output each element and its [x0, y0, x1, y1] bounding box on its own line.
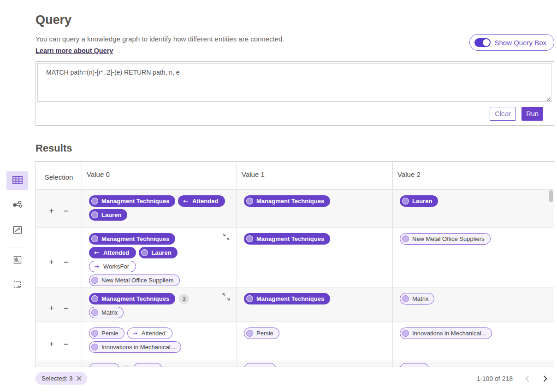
value0-cell: Persie→AttendedInnovations in Mechanical…	[82, 322, 237, 361]
sidebar-item-map-view[interactable]	[6, 221, 28, 240]
chip-label: Lauren	[101, 211, 121, 218]
remove-from-selection-button[interactable]: −	[64, 328, 69, 361]
entity-chip-partial[interactable]	[244, 363, 276, 367]
node-chip[interactable]: Lauren	[139, 247, 177, 258]
chip-label: Managment Techniques	[101, 198, 169, 205]
node-chip[interactable]: Matrix	[89, 307, 124, 318]
node-circle-icon	[246, 330, 253, 337]
remove-from-selection-button[interactable]: −	[64, 233, 69, 291]
selection-cell: +−	[36, 227, 82, 291]
selected-count-label: Selected: 3	[41, 375, 73, 382]
node-chip[interactable]: Managment Techniques	[244, 233, 330, 245]
remove-from-selection-button[interactable]: −	[64, 293, 69, 323]
image-region-icon	[12, 254, 23, 267]
more-badge	[122, 365, 130, 367]
edge-chip[interactable]: →Attended	[127, 328, 172, 339]
node-circle-icon	[91, 309, 98, 316]
value0-cell: Managment Techniques←AttendedLauren→Work…	[82, 227, 237, 291]
learn-more-link[interactable]: Learn more about Query	[36, 47, 113, 54]
results-title: Results	[36, 142, 554, 154]
node-chip[interactable]: New Metal Office Suppliers	[400, 233, 491, 245]
node-chip[interactable]: Managment Techniques	[89, 233, 175, 245]
dashed-square-icon	[12, 279, 23, 292]
show-query-box-toggle[interactable]: Show Query Box	[469, 34, 554, 51]
sidebar-item-image-view[interactable]	[6, 251, 28, 269]
value1-cell: Managment Techniques	[237, 287, 393, 323]
selection-cell: +−	[36, 287, 82, 323]
value1-cell: Managment Techniques	[237, 190, 393, 227]
node-chip[interactable]: Managment Techniques	[244, 195, 330, 207]
query-input[interactable]	[37, 63, 551, 102]
chip-label: Attended	[142, 330, 166, 337]
vertical-scrollbar-thumb[interactable]	[549, 190, 553, 202]
node-chip[interactable]: Innovations in Mechanical...	[89, 341, 181, 353]
edge-chip[interactable]: ←Attended	[89, 247, 136, 258]
page-title: Query	[36, 13, 554, 27]
collapse-row-icon[interactable]	[222, 233, 231, 241]
value1-cell: Managment Techniques	[237, 227, 393, 291]
entity-chip-partial[interactable]	[89, 363, 119, 367]
node-chip[interactable]: Persie	[89, 328, 124, 339]
column-header-value2: Value 2	[393, 162, 548, 187]
chip-label: Lauren	[151, 249, 171, 256]
table-row: +−Managment Techniques←AttendedLaurenMan…	[36, 190, 554, 227]
value2-cell: Innovations in Mechanical...	[393, 322, 548, 361]
clear-selection-icon[interactable]	[77, 376, 82, 381]
run-button[interactable]: Run	[521, 107, 543, 121]
value2-cell: Matrix	[393, 287, 548, 323]
node-chip[interactable]: Managment Techniques	[89, 195, 175, 207]
node-circle-icon	[402, 198, 409, 205]
node-chip[interactable]: Persie	[244, 328, 279, 339]
node-chip[interactable]: Lauren	[400, 195, 438, 207]
value2-cell: Lauren	[393, 190, 548, 227]
results-table: Selection Value 0 Value 1 Value 2 +−Mana…	[36, 161, 554, 367]
table-icon	[12, 175, 24, 187]
sidebar-item-select-region-view[interactable]	[6, 276, 28, 294]
remove-from-selection-button[interactable]: −	[64, 195, 69, 227]
node-circle-icon	[402, 330, 409, 337]
node-circle-icon	[402, 295, 409, 302]
chevron-right-icon	[543, 377, 548, 384]
value0-cell: Managment Techniques3Matrix	[82, 287, 237, 323]
column-header-value1: Value 1	[237, 162, 393, 187]
value1-cell	[237, 361, 393, 367]
add-to-selection-button[interactable]: +	[49, 293, 54, 323]
chip-label: Matrix	[101, 309, 118, 316]
value2-cell	[393, 361, 548, 367]
next-page-button[interactable]	[542, 374, 549, 383]
value2-cell: New Metal Office Suppliers	[393, 227, 548, 291]
node-chip[interactable]: Innovations in Mechanical...	[400, 328, 492, 339]
node-circle-icon	[91, 330, 98, 337]
entity-chip-partial[interactable]	[133, 363, 162, 367]
value0-cell: Managment Techniques←AttendedLauren	[82, 190, 237, 227]
previous-page-button[interactable]	[524, 374, 531, 383]
clear-button[interactable]: Clear	[490, 107, 516, 121]
chip-label: Attended	[103, 249, 129, 256]
node-chip[interactable]: New Metal Office Suppliers	[89, 275, 180, 286]
toggle-label: Show Query Box	[494, 39, 546, 47]
node-chip[interactable]: Matrix	[400, 293, 434, 304]
node-circle-icon	[91, 198, 98, 205]
sidebar-item-graph-view[interactable]	[6, 196, 28, 215]
page-range-label: 1-100 of 218	[476, 375, 513, 382]
sidebar-item-table-view[interactable]	[6, 171, 28, 190]
expand-row-icon[interactable]	[222, 293, 231, 301]
chip-label: New Metal Office Suppliers	[101, 277, 174, 284]
selected-count-pill[interactable]: Selected: 3	[36, 372, 87, 385]
add-to-selection-button[interactable]: +	[49, 195, 54, 227]
node-chip[interactable]: Lauren	[89, 209, 127, 221]
query-panel: Clear Run	[36, 61, 554, 126]
pagination: 1-100 of 218	[476, 374, 554, 383]
node-chip[interactable]: Managment Techniques	[89, 293, 175, 304]
column-header-value0: Value 0	[82, 162, 237, 187]
edge-chip[interactable]: ←Attended	[178, 195, 225, 207]
add-to-selection-button[interactable]: +	[49, 233, 54, 291]
node-chip[interactable]: Managment Techniques	[244, 293, 330, 304]
add-to-selection-button[interactable]: +	[49, 328, 54, 361]
entity-chip-partial[interactable]	[400, 363, 429, 367]
count-badge[interactable]: 3	[179, 294, 189, 304]
node-circle-icon	[91, 211, 98, 218]
column-header-selection: Selection	[36, 162, 82, 187]
header-scrollbar-spacer	[548, 162, 554, 187]
edge-chip[interactable]: →WorksFor	[89, 261, 136, 272]
